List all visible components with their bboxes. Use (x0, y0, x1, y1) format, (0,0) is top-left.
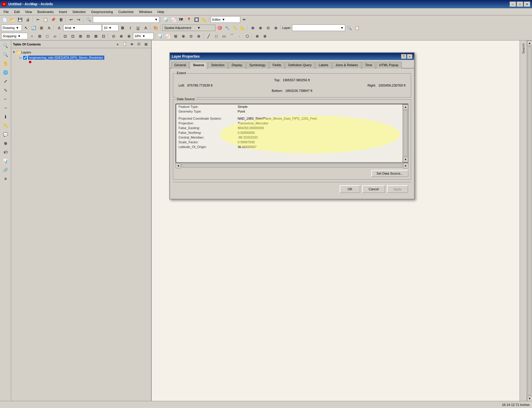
data-source-scroll[interactable]: Feature Type: Simple Geometry Type: Poin… (176, 104, 408, 163)
zoom-in-tool[interactable]: 🔍 (1, 42, 10, 50)
tool6[interactable]: 📐 (201, 16, 208, 23)
apply-button[interactable]: Apply (387, 185, 408, 193)
measure-tool[interactable]: 📏 (1, 121, 10, 130)
adj-tool4[interactable]: 📐 (239, 24, 246, 31)
font-dropdown[interactable]: Arial ▼ (63, 25, 102, 31)
set-datasource-button[interactable]: Set Data Source... (371, 170, 408, 177)
snapping-dropdown[interactable]: Snapping ▼ (1, 33, 28, 39)
dialog-help-button[interactable]: ? (401, 54, 406, 59)
tab-selection[interactable]: Selection (208, 62, 228, 69)
toc-options[interactable]: ▤ (143, 41, 149, 47)
spatial-adjustment-dropdown[interactable]: Spatial Adjustment ▼ (162, 25, 215, 31)
pan-tool[interactable]: ✋ (1, 59, 10, 68)
tab-display[interactable]: Display (228, 62, 246, 69)
edit-tool[interactable]: ✏ (241, 16, 248, 23)
horizontal-scrollbar[interactable]: ◄ ► (176, 163, 408, 168)
tab-source[interactable]: Source (190, 62, 207, 69)
draw-area[interactable]: ▭ (220, 32, 228, 40)
menu-geoprocessing[interactable]: Geoprocessing (89, 9, 115, 14)
comment-tool[interactable]: 💬 (1, 130, 10, 139)
tab-definition-query[interactable]: Definition Query (285, 62, 315, 69)
xy-tool[interactable]: ⊕ (1, 139, 10, 147)
search-sidebar-label[interactable]: Search (522, 43, 525, 54)
tab-fields[interactable]: Fields (269, 62, 284, 69)
menu-help[interactable]: Help (155, 9, 167, 14)
tab-symbology[interactable]: Symbology (246, 62, 269, 69)
transform-tool[interactable]: ⊞ (38, 24, 45, 31)
ok-button[interactable]: OK (340, 185, 360, 193)
adj-tool6[interactable]: ⊗ (257, 24, 264, 31)
right-scroll-down[interactable]: ▼ (527, 396, 532, 401)
close-window-button[interactable]: ✕ (524, 1, 530, 7)
map-area[interactable]: Layer Properties ? × General Source Sele… (152, 40, 520, 401)
menu-bookmarks[interactable]: Bookmarks (35, 9, 56, 14)
print-button[interactable]: 🖨 (24, 16, 31, 23)
undo-button[interactable]: ↩ (67, 16, 74, 23)
redo-button[interactable]: ↪ (75, 16, 82, 23)
text-tool[interactable]: A (46, 24, 53, 31)
snap13[interactable]: ⊗ (125, 32, 132, 40)
map-tool2[interactable]: 📈 (164, 32, 171, 40)
right-scrollbar[interactable]: ▲ ▼ (527, 40, 532, 401)
hyperlink-tool[interactable]: 🔗 (1, 166, 10, 174)
color-button[interactable]: A (142, 24, 149, 31)
delete-button[interactable]: 🗑 (57, 16, 64, 23)
address-dropdown[interactable]: ▼ (93, 16, 159, 23)
layer-expand-icon[interactable]: ▷ (20, 56, 22, 59)
rotate-tool[interactable]: 🔄 (30, 24, 37, 31)
draw-box[interactable]: □ (213, 32, 220, 40)
snap10[interactable]: ⊡ (100, 32, 107, 40)
globe-tool[interactable]: 🌐 (1, 68, 10, 77)
snap6[interactable]: ⊡ (69, 32, 76, 40)
new-button[interactable]: 📄 (1, 16, 8, 23)
vertical-scrollbar[interactable]: ▲ ▼ (403, 104, 408, 162)
map-tool6[interactable]: ⊛ (195, 32, 202, 40)
tab-html-popup[interactable]: HTML Popup (376, 62, 401, 69)
tool2[interactable]: 📈 (170, 16, 177, 23)
label-tool[interactable]: 🏷 (1, 148, 10, 156)
zoom-in-button[interactable]: 🔍 (85, 16, 92, 23)
tool4[interactable]: 📍 (185, 16, 192, 23)
tool1[interactable]: 📊 (162, 16, 169, 23)
menu-windows[interactable]: Windows (137, 9, 155, 14)
layer-tool1[interactable]: 🔍 (346, 24, 353, 31)
scroll-right-button[interactable]: ► (403, 163, 408, 168)
drawing-dropdown[interactable]: Drawing ▼ (1, 25, 22, 31)
snap12[interactable]: ⊕ (118, 32, 125, 40)
tab-joins-relates[interactable]: Joins & Relates (332, 62, 361, 69)
tab-labels[interactable]: Labels (315, 62, 331, 69)
adj-tool7[interactable]: ⊙ (265, 24, 272, 31)
snap8[interactable]: ⊟ (85, 32, 92, 40)
layer-tool2[interactable]: 📋 (353, 24, 361, 31)
fill-color[interactable]: 🎨 (152, 24, 159, 31)
toc-source-view[interactable]: 📋 (121, 41, 128, 47)
scroll-down-button[interactable]: ▼ (403, 157, 408, 162)
bold-button[interactable]: B (119, 24, 126, 31)
tool5[interactable]: 🔲 (193, 16, 200, 23)
draw-curve[interactable]: ⌒ (228, 32, 235, 40)
toc-visibility[interactable]: 👁 (129, 41, 135, 47)
map-tool4[interactable]: ⊗ (180, 32, 187, 40)
scroll-left-button[interactable]: ◄ (176, 163, 181, 168)
snap1[interactable]: ○ (28, 32, 35, 40)
snap7[interactable]: ⊞ (77, 32, 84, 40)
editor-dropdown[interactable]: Editor ▼ (211, 16, 240, 23)
right-scroll-thumb[interactable] (528, 46, 531, 395)
snap11[interactable]: ⊙ (110, 32, 117, 40)
zoom-full[interactable]: ⤢ (1, 77, 10, 85)
zoom-out-tool[interactable]: 🔍 (1, 51, 10, 59)
open-button[interactable]: 📂 (9, 16, 16, 23)
tool3[interactable]: 🗺 (178, 16, 185, 23)
snap9[interactable]: ⊠ (92, 32, 99, 40)
draw-poly[interactable]: ⬡ (244, 32, 251, 40)
dialog-close-button[interactable]: × (407, 54, 412, 59)
draw-line[interactable]: ╱ (205, 32, 212, 40)
map-tool1[interactable]: 📊 (157, 32, 164, 40)
zoom-prev[interactable]: ⤡ (1, 86, 10, 94)
menu-selection[interactable]: Selection (70, 9, 88, 14)
tool-extra2[interactable]: ⊗ (261, 32, 268, 40)
cut-button[interactable]: ✂ (34, 16, 41, 23)
menu-insert[interactable]: Insert (56, 9, 69, 14)
identify-tool[interactable]: ℹ (1, 113, 10, 121)
map-tool5[interactable]: ⊙ (187, 32, 194, 40)
